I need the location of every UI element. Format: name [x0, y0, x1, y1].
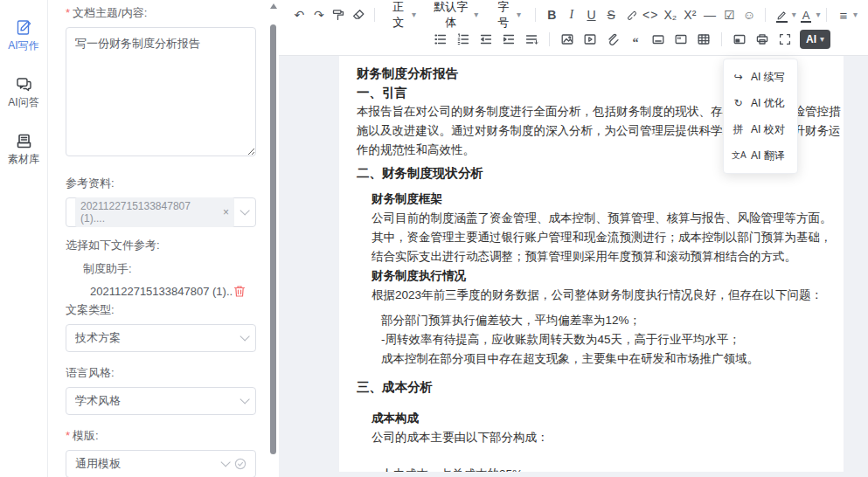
bullet-list-button[interactable] — [430, 29, 451, 50]
strikethrough-button[interactable]: S — [602, 4, 621, 25]
ai-menu-button[interactable]: AI ▾ — [800, 30, 830, 49]
menu-item-ai-continue[interactable]: ↪ AI 续写 — [724, 64, 797, 90]
menu-item-ai-optimize[interactable]: ↻ AI 优化 — [724, 90, 797, 116]
caret-down-icon: ▾ — [517, 10, 521, 19]
task-list-button[interactable]: ☑ — [720, 4, 739, 25]
doc-heading: 三、成本分析 — [357, 377, 843, 397]
nav-item-ai-qa[interactable]: AI问答 — [8, 76, 38, 110]
fullscreen-button[interactable] — [774, 29, 795, 50]
undo-button[interactable]: ↶ — [290, 4, 309, 25]
font-color-button[interactable]: A — [797, 4, 816, 25]
ai-dropdown-menu: ↪ AI 续写 ↻ AI 优化 拼 AI 校对 文A AI 翻译 — [723, 59, 798, 174]
format-painter-button[interactable] — [330, 4, 348, 25]
snippet-button[interactable] — [670, 29, 691, 50]
subscript-button[interactable]: X₂ — [661, 4, 679, 25]
clear-format-button[interactable] — [350, 4, 368, 25]
subscript-icon: X₂ — [663, 9, 677, 21]
scrollbar-thumb[interactable] — [270, 24, 276, 454]
caret-down-icon: ▾ — [474, 10, 478, 19]
reference-tag: 2021122715133847807 (1).... × — [75, 197, 234, 227]
align-button[interactable]: ≡ — [834, 4, 852, 25]
required-mark: * — [66, 6, 70, 19]
line-spacing-button[interactable] — [521, 29, 542, 50]
chevron-down-icon — [240, 394, 249, 404]
doc-subheading: 成本构成 — [372, 409, 843, 428]
toolbar-divider — [765, 8, 766, 22]
nav-item-library[interactable]: 素材库 — [8, 133, 39, 167]
color-bar — [801, 21, 812, 24]
chevron-down-icon — [240, 205, 249, 215]
print-button[interactable] — [752, 29, 773, 50]
menu-item-ai-proofread[interactable]: 拼 AI 校对 — [724, 116, 797, 142]
blockquote-button[interactable]: “ — [625, 29, 646, 50]
nav-item-label: 素材库 — [8, 152, 39, 167]
ordered-list-button[interactable] — [453, 29, 474, 50]
chat-bubbles-icon — [16, 76, 32, 93]
superscript-icon: X² — [684, 9, 696, 21]
template-select[interactable]: 通用模板 — [66, 450, 256, 477]
optimize-icon: ↻ — [732, 97, 745, 109]
snippet-icon — [674, 32, 688, 46]
indent-button[interactable] — [498, 29, 519, 50]
paragraph-style-dropdown[interactable]: 正文 ▾ — [381, 4, 424, 25]
ordered-list-icon — [456, 32, 470, 46]
horizontal-rule-button[interactable]: — — [701, 4, 719, 25]
style-label: 语言风格: — [66, 365, 256, 381]
doc-subheading: 财务制度框架 — [372, 190, 843, 209]
highlight-pen-icon — [776, 10, 788, 21]
language-style-select[interactable]: 学术风格 — [66, 387, 256, 415]
bullet-list-icon — [434, 32, 448, 46]
italic-button[interactable]: I — [563, 4, 581, 25]
font-family-dropdown[interactable]: 默认字体 ▾ — [424, 4, 486, 25]
underline-button[interactable]: U — [582, 4, 601, 25]
delete-file-button[interactable] — [233, 285, 246, 298]
trash-icon — [233, 285, 246, 298]
copy-type-value: 技术方案 — [75, 330, 240, 346]
menu-item-label: AI 优化 — [751, 96, 785, 111]
bold-button[interactable]: B — [543, 4, 561, 25]
preview-button[interactable] — [729, 29, 750, 50]
redo-icon: ↷ — [314, 9, 324, 21]
circle-check-icon — [234, 458, 247, 470]
insert-table-button[interactable] — [693, 29, 714, 50]
doc-list-item: 成本控制在部分项目中存在超支现象，主要集中在研发和市场推广领域。 — [381, 349, 843, 369]
attachment-button[interactable] — [602, 29, 623, 50]
scroll-up-arrow-icon[interactable] — [270, 3, 277, 9]
insert-video-button[interactable] — [580, 29, 601, 50]
link-icon — [624, 8, 638, 22]
image-icon — [560, 32, 574, 46]
nav-item-ai-write[interactable]: AI写作 — [8, 19, 38, 53]
link-button[interactable] — [621, 4, 640, 25]
doc-paragraph: 公司的成本主要由以下部分构成： — [372, 428, 843, 447]
font-size-dropdown[interactable]: 字号 ▾ — [486, 4, 529, 25]
toolbar-divider — [535, 8, 536, 22]
caret-down-icon: ▾ — [853, 10, 858, 19]
line-spacing-icon — [524, 32, 538, 46]
inline-code-button[interactable]: <> — [642, 4, 660, 25]
panel-scrollbar[interactable] — [268, 0, 279, 477]
style-value: 学术风格 — [75, 393, 240, 409]
bold-icon: B — [547, 9, 556, 21]
redo-button[interactable]: ↷ — [310, 4, 329, 25]
copy-type-select[interactable]: 技术方案 — [66, 324, 256, 352]
reference-label: 参考资料: — [66, 176, 256, 191]
superscript-button[interactable]: X² — [681, 4, 699, 25]
italic-icon: I — [570, 9, 574, 21]
nav-rail: AI写作 AI问答 素材库 — [0, 0, 48, 477]
insert-image-button[interactable] — [557, 29, 578, 50]
text-box-button[interactable] — [648, 29, 669, 50]
code-icon: <> — [642, 9, 658, 21]
outdent-button[interactable] — [476, 29, 496, 50]
topic-input[interactable]: 写一份财务制度分析报告 — [66, 27, 256, 156]
remove-tag-icon[interactable]: × — [223, 206, 229, 218]
highlight-color-button[interactable] — [773, 4, 791, 25]
text-box-icon — [651, 32, 665, 46]
toolbar-divider — [721, 32, 722, 46]
editor-toolbar: ↶ ↷ 正文 ▾ — [279, 0, 868, 56]
menu-item-ai-translate[interactable]: 文A AI 翻译 — [724, 142, 797, 169]
preview-card-icon — [733, 32, 746, 46]
reference-select[interactable]: 2021122715133847807 (1).... × — [66, 197, 256, 227]
quote-icon: “ — [633, 37, 639, 49]
toolbar-divider — [374, 8, 375, 22]
emoji-button[interactable]: ☺ — [740, 4, 759, 25]
